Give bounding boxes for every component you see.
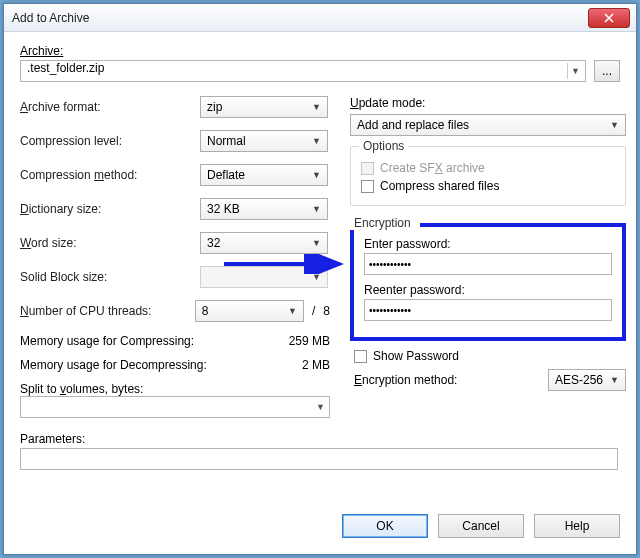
- browse-button[interactable]: ...: [594, 60, 620, 82]
- memory-decompress-value: 2 MB: [260, 358, 330, 372]
- cpu-threads-label: Number of CPU threads:: [20, 304, 195, 318]
- compress-shared-checkbox[interactable]: [361, 180, 374, 193]
- dictionary-size-label: Dictionary size:: [20, 202, 200, 216]
- word-size-select[interactable]: 32▼: [200, 232, 328, 254]
- compression-method-label: Compression method:: [20, 168, 200, 182]
- archive-format-label: Archive format:: [20, 100, 200, 114]
- cancel-button[interactable]: Cancel: [438, 514, 524, 538]
- archive-path-value: .test_folder.zip: [27, 61, 104, 75]
- update-mode-select[interactable]: Add and replace files▼: [350, 114, 626, 136]
- split-volumes-select[interactable]: ▼: [20, 396, 330, 418]
- compress-shared-label: Compress shared files: [380, 179, 499, 193]
- parameters-input[interactable]: [20, 448, 618, 470]
- compression-method-select[interactable]: Deflate▼: [200, 164, 328, 186]
- help-button[interactable]: Help: [534, 514, 620, 538]
- enter-password-label: Enter password:: [364, 237, 612, 251]
- solid-block-size-select: ▼: [200, 266, 328, 288]
- chevron-down-icon: ▼: [610, 120, 619, 130]
- split-volumes-label: Split to volumes, bytes:: [20, 382, 330, 396]
- chevron-down-icon: ▼: [312, 102, 321, 112]
- memory-decompress-label: Memory usage for Decompressing:: [20, 358, 260, 372]
- close-button[interactable]: [588, 8, 630, 28]
- sfx-label: Create SFX archive: [380, 161, 485, 175]
- word-size-label: Word size:: [20, 236, 200, 250]
- options-title: Options: [359, 139, 408, 153]
- encryption-group: Enter password: Reenter password:: [350, 223, 626, 341]
- archive-format-select[interactable]: zip▼: [200, 96, 328, 118]
- reenter-password-input[interactable]: [364, 299, 612, 321]
- add-to-archive-dialog: Add to Archive Archive: .test_folder.zip…: [3, 3, 637, 555]
- reenter-password-label: Reenter password:: [364, 283, 612, 297]
- password-input[interactable]: [364, 253, 612, 275]
- encryption-method-label: Encryption method:: [354, 373, 548, 387]
- archive-path-input[interactable]: .test_folder.zip ▼: [20, 60, 586, 82]
- sfx-checkbox: [361, 162, 374, 175]
- cpu-threads-select[interactable]: 8▼: [195, 300, 304, 322]
- chevron-down-icon: ▼: [312, 204, 321, 214]
- ok-button[interactable]: OK: [342, 514, 428, 538]
- dictionary-size-select[interactable]: 32 KB▼: [200, 198, 328, 220]
- chevron-down-icon: ▼: [312, 272, 321, 282]
- close-icon: [604, 13, 614, 23]
- update-mode-label: Update mode:: [350, 96, 626, 110]
- archive-label: Archive:: [20, 44, 620, 58]
- parameters-label: Parameters:: [20, 432, 620, 446]
- chevron-down-icon: ▼: [312, 170, 321, 180]
- compression-level-label: Compression level:: [20, 134, 200, 148]
- show-password-label: Show Password: [373, 349, 459, 363]
- chevron-down-icon[interactable]: ▼: [567, 63, 583, 79]
- solid-block-size-label: Solid Block size:: [20, 270, 200, 284]
- chevron-down-icon: ▼: [288, 306, 297, 316]
- titlebar: Add to Archive: [4, 4, 636, 32]
- compression-level-select[interactable]: Normal▼: [200, 130, 328, 152]
- window-title: Add to Archive: [12, 11, 588, 25]
- memory-compress-value: 259 MB: [260, 334, 330, 348]
- cpu-threads-max: 8: [323, 304, 330, 318]
- options-group: Options Create SFX archive Compress shar…: [350, 146, 626, 206]
- show-password-checkbox[interactable]: [354, 350, 367, 363]
- encryption-title: Encryption: [350, 216, 420, 230]
- encryption-method-select[interactable]: AES-256▼: [548, 369, 626, 391]
- chevron-down-icon: ▼: [316, 402, 325, 412]
- chevron-down-icon: ▼: [312, 136, 321, 146]
- memory-compress-label: Memory usage for Compressing:: [20, 334, 260, 348]
- chevron-down-icon: ▼: [610, 375, 619, 385]
- chevron-down-icon: ▼: [312, 238, 321, 248]
